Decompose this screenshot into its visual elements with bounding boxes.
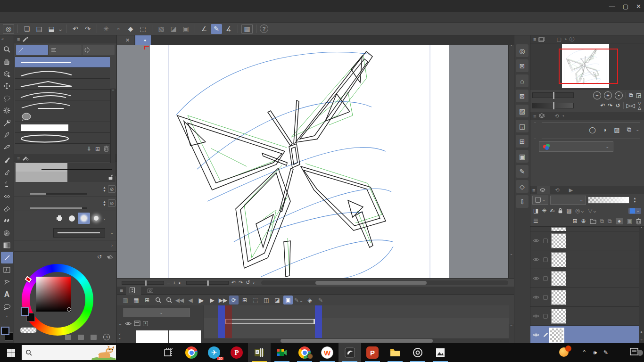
expression-color-dropdown[interactable]: ⌄ xyxy=(539,141,613,152)
create-mask-icon[interactable]: ● xyxy=(616,218,623,224)
delete-layer-icon[interactable] xyxy=(636,218,641,224)
tool-frame-border[interactable] xyxy=(1,264,13,276)
new-cel-icon[interactable]: ⊞ xyxy=(240,296,249,304)
layer-row-partial[interactable] xyxy=(530,227,644,231)
opacity-slider[interactable] xyxy=(30,207,87,209)
play-icon[interactable]: ▶ xyxy=(197,296,206,304)
layer-visibility-eye-icon[interactable] xyxy=(533,332,539,337)
subtool-tab-speed-lines[interactable] xyxy=(49,45,81,55)
tool-pen[interactable] xyxy=(1,129,13,141)
navigator-menu-icon[interactable]: ≡ xyxy=(533,36,536,42)
taskbar-search[interactable] xyxy=(22,345,116,360)
tool-strip-scroll-down-icon[interactable]: ⌄ xyxy=(0,313,14,318)
new-timeline-icon[interactable]: ▦ xyxy=(132,296,141,304)
new-timeline-add-icon[interactable]: ⊞ xyxy=(142,296,152,304)
nav-rotate-reset-icon[interactable]: ↺ xyxy=(616,102,620,109)
wattpad-icon[interactable]: W xyxy=(316,343,339,362)
navigator-rotation-slider[interactable] xyxy=(532,103,574,108)
prev-frame-icon[interactable]: ◀ xyxy=(186,296,195,304)
navigator-info-icon[interactable]: ⓘ xyxy=(569,36,574,43)
tool-fill[interactable] xyxy=(1,227,13,239)
subtool-item-continuous-curve[interactable] xyxy=(15,90,110,100)
tool-eraser[interactable] xyxy=(1,203,13,214)
paintstorm-icon[interactable]: P xyxy=(361,343,384,362)
tool-zoom[interactable] xyxy=(1,43,13,55)
material-download-icon[interactable]: ⇩ xyxy=(516,195,528,208)
material-home-icon[interactable]: ⌂ xyxy=(516,74,528,87)
nav-zoom-in-icon[interactable]: + xyxy=(604,91,612,99)
material-edit-icon[interactable]: ✎ xyxy=(516,165,528,178)
layer-opacity-slider[interactable] xyxy=(588,197,629,204)
next-frame-icon[interactable]: ▶ xyxy=(207,296,217,304)
opacity-no-effect-icon[interactable]: ⊘ xyxy=(108,199,116,207)
transparent-swatch[interactable] xyxy=(20,327,37,333)
save-button[interactable]: ⬓ xyxy=(46,24,57,34)
aa-none-option[interactable] xyxy=(53,213,66,224)
layer-visibility-eye-icon[interactable] xyxy=(533,238,539,243)
layer-list-view-icon[interactable]: ☰ xyxy=(533,218,538,224)
tool-move-layer[interactable] xyxy=(1,80,13,92)
quick-zoom-icon[interactable]: ◎ xyxy=(516,44,528,57)
subtool-item-rectangle[interactable] xyxy=(15,122,110,133)
lock-layer-icon[interactable] xyxy=(558,208,563,214)
tool-blend[interactable] xyxy=(1,215,13,227)
playback-end-bar[interactable] xyxy=(315,305,322,338)
subtool-item-polyline[interactable] xyxy=(15,79,110,90)
canvas-rotation-slider[interactable] xyxy=(186,281,229,285)
snap-ruler-button[interactable]: ∠ xyxy=(198,24,210,34)
tool-brush[interactable] xyxy=(1,154,13,165)
layer-visibility-eye-icon[interactable] xyxy=(533,295,539,300)
timeline-ruler[interactable] xyxy=(204,305,509,343)
doc-tab-icon-animate[interactable]: ● xyxy=(135,35,151,45)
brush-shape-dropdown-icon[interactable]: ⌄ xyxy=(110,230,114,235)
tool-figure[interactable] xyxy=(1,252,13,263)
pen-settings-icon[interactable]: ✎ xyxy=(603,349,608,356)
zoom-out-icon[interactable]: − xyxy=(167,280,170,286)
navigator-tab3-icon[interactable]: ◔ xyxy=(564,36,567,42)
layerprop-tab3-icon[interactable]: ◔ xyxy=(561,113,565,119)
material-window-icon[interactable]: ◱ xyxy=(516,120,528,132)
layer-color-combo[interactable]: ⌄ xyxy=(628,208,641,214)
cel-icon[interactable]: ⬚ xyxy=(251,296,260,304)
loop-icon[interactable]: ⟳ xyxy=(229,296,239,304)
opacity-stepper[interactable]: ▲▼ xyxy=(103,200,106,206)
subtool-duplicate-icon[interactable]: ⊞ xyxy=(95,146,100,152)
brush-size-slider[interactable] xyxy=(30,193,87,195)
playhead-column[interactable] xyxy=(225,305,232,338)
go-end-icon[interactable]: ▶▶ xyxy=(218,296,228,304)
layer-row-1-selected[interactable] xyxy=(530,326,644,343)
reset-settings-icon[interactable]: ↺ xyxy=(97,254,102,260)
playback-start-bar[interactable] xyxy=(218,305,225,338)
snap-grid-button[interactable]: ∡ xyxy=(223,24,234,34)
track-visibility-eye-icon[interactable] xyxy=(125,321,132,326)
keyframe-icon[interactable]: ✎⌄ xyxy=(294,296,304,304)
tool-operation[interactable] xyxy=(1,68,13,80)
notification-center-icon[interactable] xyxy=(630,348,639,358)
chrome-profile-icon[interactable] xyxy=(293,343,316,362)
task-view-button[interactable] xyxy=(157,343,180,362)
history-tab[interactable]: ⟲ xyxy=(552,186,564,194)
timeline-zoom-in-icon[interactable] xyxy=(164,296,173,304)
rotate-left-icon[interactable]: ↶ xyxy=(231,280,236,286)
blend-mode-combo[interactable]: ⌄ xyxy=(550,196,586,205)
canvas-zoom-slider[interactable] xyxy=(122,281,164,285)
toolprop-menu-icon[interactable]: ≡ xyxy=(17,155,20,161)
redo-button[interactable]: ↷ xyxy=(82,24,93,34)
canvas-vscrollbar[interactable]: ⌃⌄ xyxy=(508,45,514,278)
draft-layer-icon[interactable]: ✍ xyxy=(550,207,554,214)
office-icon[interactable] xyxy=(406,343,429,362)
pinterest-icon[interactable]: P xyxy=(225,343,248,362)
weather-icon[interactable] xyxy=(559,347,569,358)
subtool-item-ellipse[interactable] xyxy=(15,133,110,144)
vector-magnet-expand-icon[interactable]: › xyxy=(111,243,113,248)
clean-icon[interactable]: ◈ xyxy=(305,296,314,304)
timeline-selector[interactable]: ⌄ xyxy=(124,308,190,317)
invert-selection-button[interactable]: ◪ xyxy=(168,24,179,34)
new-raster-layer-icon[interactable]: ⊞ xyxy=(572,218,577,224)
timeline-tab[interactable] xyxy=(126,287,141,295)
clear-outside-button[interactable]: ▫ xyxy=(113,24,124,34)
color-swatch-main[interactable] xyxy=(1,327,13,346)
timeline-hscrollbar[interactable] xyxy=(204,338,509,343)
effect-halftone-icon[interactable]: ▨ xyxy=(611,124,622,135)
track-scroll-icons[interactable]: ⌄⌄ xyxy=(118,331,122,340)
